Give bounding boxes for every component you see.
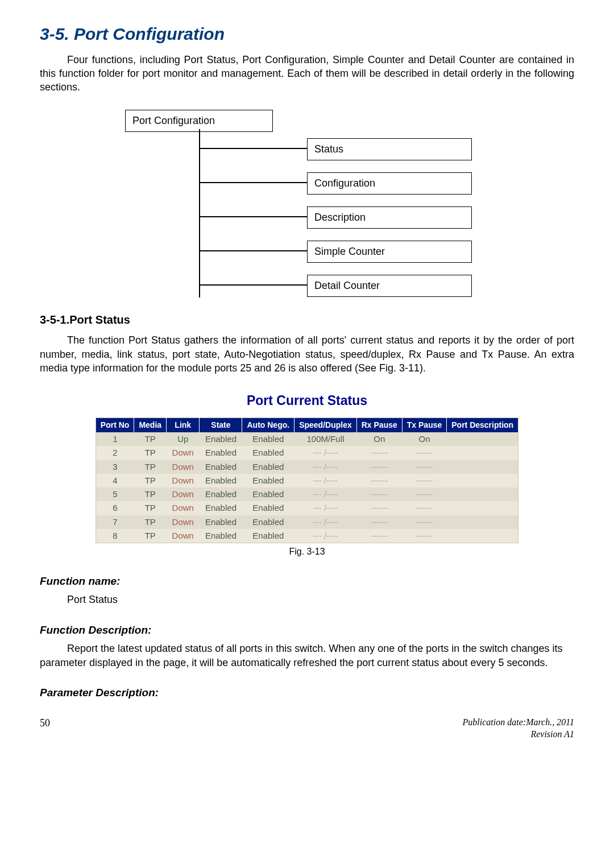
chart-title: Port Current Status	[40, 392, 574, 410]
subsection-heading: 3-5-1.Port Status	[40, 312, 574, 328]
cell-state: Enabled	[200, 432, 242, 446]
cell-media: TP	[134, 515, 167, 529]
cell-state: Enabled	[200, 446, 242, 460]
cell-port: 7	[96, 515, 134, 529]
publication-date: Publication date:March., 2011	[463, 716, 574, 729]
function-description-label: Function Description:	[40, 623, 574, 638]
table-row: 5TPDownEnabledEnabled--- /--------------…	[96, 487, 518, 501]
cell-port: 6	[96, 501, 134, 515]
tree-diagram: Port Configuration Status Configuration …	[125, 110, 489, 297]
function-description-value: Report the latest updated status of all …	[40, 642, 574, 669]
cell-nego: Enabled	[242, 446, 294, 460]
cell-rx: ------	[356, 515, 402, 529]
cell-tx: ------	[402, 501, 446, 515]
cell-state: Enabled	[200, 460, 242, 474]
diagram-branch-1	[199, 148, 307, 149]
cell-port: 2	[96, 446, 134, 460]
intro-paragraph: Four functions, including Port Status, P…	[40, 53, 574, 94]
cell-port: 1	[96, 432, 134, 446]
cell-nego: Enabled	[242, 515, 294, 529]
cell-link: Down	[167, 474, 200, 487]
cell-rx: ------	[356, 501, 402, 515]
cell-tx: ------	[402, 487, 446, 501]
cell-tx: ------	[402, 446, 446, 460]
cell-state: Enabled	[200, 529, 242, 543]
cell-speed: --- /----	[294, 515, 357, 529]
cell-nego: Enabled	[242, 474, 294, 487]
cell-media: TP	[134, 487, 167, 501]
cell-speed: --- /----	[294, 446, 357, 460]
cell-rx: On	[356, 432, 402, 446]
cell-media: TP	[134, 474, 167, 487]
cell-tx: ------	[402, 529, 446, 543]
table-row: 7TPDownEnabledEnabled--- /--------------…	[96, 515, 518, 529]
figure-caption: Fig. 3-13	[40, 545, 574, 558]
cell-link: Down	[167, 460, 200, 474]
page-number: 50	[40, 716, 50, 741]
cell-media: TP	[134, 529, 167, 543]
cell-nego: Enabled	[242, 487, 294, 501]
cell-tx: On	[402, 432, 446, 446]
th-speed: Speed/Duplex	[294, 418, 357, 432]
diagram-branch-5	[199, 284, 307, 286]
cell-desc	[447, 432, 518, 446]
diagram-root-box: Port Configuration	[125, 110, 273, 131]
cell-tx: ------	[402, 460, 446, 474]
cell-media: TP	[134, 446, 167, 460]
table-row: 3TPDownEnabledEnabled--- /--------------…	[96, 460, 518, 474]
revision: Revision A1	[463, 728, 574, 741]
cell-state: Enabled	[200, 501, 242, 515]
cell-desc	[447, 501, 518, 515]
table-row: 2TPDownEnabledEnabled--- /--------------…	[96, 446, 518, 460]
cell-desc	[447, 446, 518, 460]
subsection-body: The function Port Status gathers the inf…	[40, 333, 574, 375]
cell-nego: Enabled	[242, 432, 294, 446]
table-row: 6TPDownEnabledEnabled--- /--------------…	[96, 501, 518, 515]
th-port: Port No	[96, 418, 134, 432]
section-title: 3-5. Port Configuration	[40, 23, 574, 46]
diagram-item-status: Status	[307, 138, 472, 160]
th-media: Media	[134, 418, 167, 432]
cell-link: Down	[167, 501, 200, 515]
cell-tx: ------	[402, 474, 446, 487]
cell-speed: --- /----	[294, 460, 357, 474]
cell-link: Down	[167, 529, 200, 543]
port-status-table: Port No Media Link State Auto Nego. Spee…	[96, 418, 518, 543]
table-row: 8TPDownEnabledEnabled--- /--------------…	[96, 529, 518, 543]
diagram-branch-3	[199, 216, 307, 217]
cell-desc	[447, 515, 518, 529]
th-link: Link	[167, 418, 200, 432]
cell-nego: Enabled	[242, 529, 294, 543]
cell-desc	[447, 460, 518, 474]
diagram-branch-4	[199, 250, 307, 251]
cell-media: TP	[134, 460, 167, 474]
cell-link: Down	[167, 487, 200, 501]
cell-link: Down	[167, 446, 200, 460]
cell-rx: ------	[356, 460, 402, 474]
function-name-label: Function name:	[40, 574, 574, 589]
cell-nego: Enabled	[242, 460, 294, 474]
cell-speed: --- /----	[294, 474, 357, 487]
cell-speed: 100M/Full	[294, 432, 357, 446]
cell-desc	[447, 529, 518, 543]
diagram-item-simple-counter: Simple Counter	[307, 241, 472, 262]
page-footer: 50 Publication date:March., 2011 Revisio…	[40, 716, 574, 741]
cell-link: Up	[167, 432, 200, 446]
diagram-item-detail-counter: Detail Counter	[307, 275, 472, 296]
table-row: 4TPDownEnabledEnabled--- /--------------…	[96, 474, 518, 487]
cell-media: TP	[134, 432, 167, 446]
th-rx: Rx Pause	[356, 418, 402, 432]
diagram-item-description: Description	[307, 206, 472, 228]
cell-state: Enabled	[200, 515, 242, 529]
th-state: State	[200, 418, 242, 432]
th-desc: Port Description	[447, 418, 518, 432]
table-row: 1TPUpEnabledEnabled100M/FullOnOn	[96, 432, 518, 446]
diagram-branch-2	[199, 182, 307, 183]
table-header-row: Port No Media Link State Auto Nego. Spee…	[96, 418, 518, 432]
th-tx: Tx Pause	[402, 418, 446, 432]
cell-media: TP	[134, 501, 167, 515]
cell-rx: ------	[356, 487, 402, 501]
cell-rx: ------	[356, 446, 402, 460]
cell-rx: ------	[356, 474, 402, 487]
cell-desc	[447, 474, 518, 487]
